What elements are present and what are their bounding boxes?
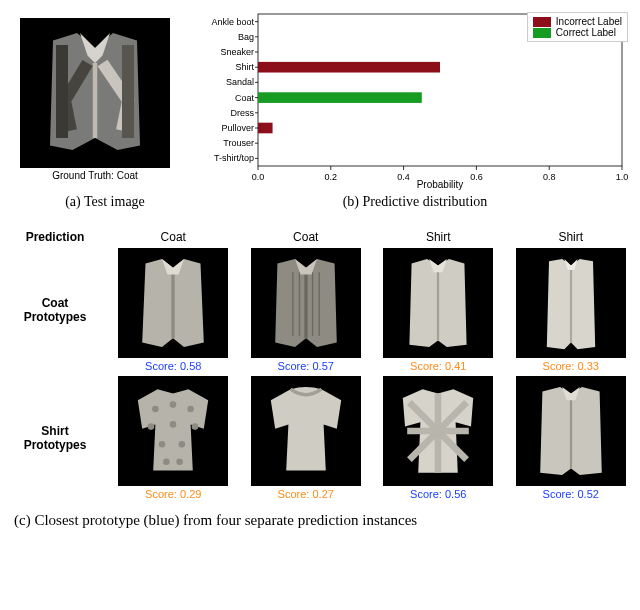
svg-text:1.0: 1.0 [616, 172, 629, 182]
svg-text:Sneaker: Sneaker [220, 47, 254, 57]
prototype-image [118, 248, 228, 358]
row-label-coat: CoatPrototypes [10, 296, 100, 325]
prototype-image [516, 248, 626, 358]
svg-text:0.0: 0.0 [252, 172, 265, 182]
test-image [20, 18, 170, 168]
predictive-distribution-chart: 0.00.20.40.60.81.0ProbabilityAnkle bootB… [190, 10, 630, 190]
svg-point-58 [177, 459, 184, 466]
svg-point-51 [188, 406, 195, 413]
prototype-cell: Score: 0.57 [247, 248, 366, 372]
svg-text:Shirt: Shirt [235, 62, 254, 72]
prototype-image [383, 248, 493, 358]
caption-c: (c) Closest prototype (blue) from four s… [10, 512, 630, 529]
legend-label: Correct Label [556, 27, 616, 38]
prototype-cell: Score: 0.29 [114, 376, 233, 500]
coat-image-icon [20, 18, 170, 168]
legend-label: Incorrect Label [556, 16, 622, 27]
chart-legend: Incorrect Label Correct Label [527, 12, 628, 42]
svg-rect-29 [258, 92, 422, 103]
svg-point-54 [192, 424, 199, 431]
legend-entry-correct: Correct Label [533, 27, 622, 38]
svg-text:0.8: 0.8 [543, 172, 556, 182]
prototype-image [118, 376, 228, 486]
svg-point-53 [170, 421, 177, 428]
svg-point-52 [148, 424, 155, 431]
prediction-label: Shirt [512, 230, 631, 244]
svg-text:Probability: Probability [417, 179, 464, 190]
prototype-image [251, 248, 361, 358]
svg-text:Sandal: Sandal [226, 77, 254, 87]
score-label: Score: 0.56 [410, 488, 466, 500]
prediction-label: Shirt [379, 230, 498, 244]
svg-point-55 [159, 441, 166, 448]
score-label: Score: 0.33 [543, 360, 599, 372]
legend-swatch-incorrect [533, 17, 551, 27]
caption-a: (a) Test image [10, 194, 200, 210]
ground-truth-label: Ground Truth: Coat [52, 170, 138, 181]
prototype-cell: Score: 0.33 [512, 248, 631, 372]
svg-point-50 [170, 402, 177, 409]
svg-rect-1 [56, 45, 68, 138]
svg-text:0.4: 0.4 [397, 172, 410, 182]
svg-text:T-shirt/top: T-shirt/top [214, 153, 254, 163]
prediction-label: Coat [247, 230, 366, 244]
svg-point-57 [163, 459, 170, 466]
svg-text:Dress: Dress [230, 108, 254, 118]
prototype-image [516, 376, 626, 486]
svg-text:0.2: 0.2 [325, 172, 338, 182]
caption-b: (b) Predictive distribution [200, 194, 630, 210]
score-label: Score: 0.57 [278, 360, 334, 372]
score-label: Score: 0.58 [145, 360, 201, 372]
test-image-panel: Ground Truth: Coat [10, 18, 180, 181]
prototype-cell: Score: 0.27 [247, 376, 366, 500]
svg-text:Trouser: Trouser [223, 138, 254, 148]
header-prediction: Prediction [10, 230, 100, 244]
prototype-cell: Score: 0.52 [512, 376, 631, 500]
svg-text:0.6: 0.6 [470, 172, 483, 182]
score-label: Score: 0.27 [278, 488, 334, 500]
svg-rect-34 [258, 123, 273, 134]
svg-text:Coat: Coat [235, 93, 255, 103]
legend-entry-incorrect: Incorrect Label [533, 16, 622, 27]
score-label: Score: 0.41 [410, 360, 466, 372]
prototype-cell: Score: 0.41 [379, 248, 498, 372]
svg-rect-2 [122, 45, 134, 138]
prototype-grid: Prediction Coat Coat Shirt Shirt CoatPro… [10, 230, 630, 500]
legend-swatch-correct [533, 28, 551, 38]
svg-point-49 [152, 406, 159, 413]
prototype-cell: Score: 0.58 [114, 248, 233, 372]
svg-text:Ankle boot: Ankle boot [211, 17, 254, 27]
svg-rect-24 [258, 62, 440, 73]
svg-point-56 [179, 441, 186, 448]
prototype-cell: Score: 0.56 [379, 376, 498, 500]
score-label: Score: 0.29 [145, 488, 201, 500]
prototype-image [251, 376, 361, 486]
prediction-label: Coat [114, 230, 233, 244]
row-label-shirt: ShirtPrototypes [10, 424, 100, 453]
svg-text:Bag: Bag [238, 32, 254, 42]
prototype-image [383, 376, 493, 486]
svg-text:Pullover: Pullover [221, 123, 254, 133]
score-label: Score: 0.52 [543, 488, 599, 500]
